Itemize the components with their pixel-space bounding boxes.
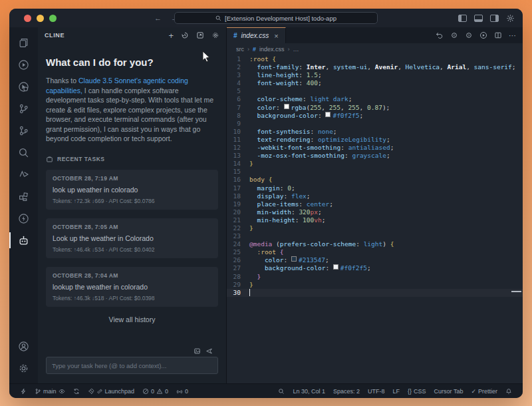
task-card[interactable]: OCTOBER 28, 7:19 AM look up weather in c… bbox=[46, 170, 218, 210]
toggle-secondary-sidebar-button[interactable] bbox=[490, 15, 499, 22]
split-editor-icon[interactable] bbox=[494, 31, 502, 39]
history-icon[interactable] bbox=[181, 31, 189, 39]
code-token: : bbox=[303, 95, 310, 103]
new-task-button[interactable]: + bbox=[168, 31, 174, 40]
title-bar: ← → [Extension Development Host] todo-ap… bbox=[9, 9, 523, 27]
code-line[interactable]: 14} bbox=[227, 160, 523, 168]
breadcrumb-folder[interactable]: src bbox=[236, 46, 244, 53]
next-change-icon[interactable] bbox=[465, 31, 473, 39]
git-graph-icon[interactable] bbox=[9, 120, 38, 140]
breadcrumb[interactable]: src › # index.css › … bbox=[227, 43, 523, 55]
source-control-icon[interactable] bbox=[9, 99, 38, 118]
zoom-indicator[interactable] bbox=[274, 384, 289, 398]
explorer-icon[interactable] bbox=[9, 33, 38, 53]
code-line[interactable]: 19 place-items: center; bbox=[227, 200, 523, 208]
close-tab-icon[interactable]: × bbox=[274, 32, 278, 40]
code-line[interactable]: 25 :root { bbox=[227, 248, 523, 256]
code-line[interactable]: 5 bbox=[227, 87, 523, 95]
code-line[interactable]: 3 line-height: 1.5; bbox=[227, 71, 523, 79]
task-input[interactable] bbox=[46, 357, 218, 374]
send-icon[interactable] bbox=[205, 347, 213, 355]
cline-settings-gear-icon[interactable] bbox=[211, 31, 219, 39]
code-line[interactable]: 4 font-weight: 400; bbox=[227, 79, 523, 87]
test-explorer-icon[interactable] bbox=[9, 77, 38, 97]
code-line[interactable]: 16body { bbox=[227, 176, 523, 184]
extensions-icon[interactable] bbox=[9, 186, 38, 206]
prev-change-icon[interactable] bbox=[450, 31, 458, 39]
code-line[interactable]: 2 font-family: Inter, system-ui, Avenir,… bbox=[227, 63, 523, 71]
code-token: ; bbox=[359, 112, 363, 120]
toggle-primary-sidebar-button[interactable] bbox=[458, 15, 467, 22]
code-line[interactable]: 17 margin: 0; bbox=[227, 184, 523, 192]
maximize-window-button[interactable] bbox=[49, 15, 57, 22]
open-in-editor-icon[interactable] bbox=[196, 31, 204, 39]
accounts-icon[interactable] bbox=[9, 336, 38, 356]
search-icon[interactable] bbox=[9, 142, 38, 162]
eol-status[interactable]: LF bbox=[389, 384, 404, 398]
code-line[interactable]: 9 bbox=[227, 120, 523, 128]
code-line[interactable]: 15 bbox=[227, 168, 523, 176]
color-swatch[interactable] bbox=[284, 104, 289, 109]
code-line[interactable]: 21 min-height: 100vh; bbox=[227, 216, 523, 224]
history-back-button[interactable]: ← bbox=[154, 15, 162, 22]
code-line[interactable]: 12 -webkit-font-smoothing: antialiased; bbox=[227, 144, 523, 152]
settings-gear-icon[interactable] bbox=[9, 358, 38, 378]
code-line[interactable]: 8 background-color: #f0f2f5; bbox=[227, 112, 523, 120]
code-token: : bbox=[299, 79, 306, 87]
indentation-status[interactable]: Spaces: 2 bbox=[329, 384, 364, 398]
git-branch-status[interactable]: main bbox=[31, 384, 69, 398]
toggle-panel-button[interactable] bbox=[474, 15, 483, 22]
formatter-status[interactable]: ✓Prettier bbox=[467, 384, 501, 398]
cline-robot-icon[interactable] bbox=[9, 230, 38, 250]
code-line[interactable]: 22} bbox=[227, 224, 523, 232]
encoding-status[interactable]: UTF-8 bbox=[364, 384, 389, 398]
run-debug-icon[interactable] bbox=[9, 55, 38, 75]
code-line[interactable]: 29} bbox=[227, 281, 523, 289]
code-line[interactable]: 13 -moz-osx-font-smoothing: grayscale; bbox=[227, 152, 523, 160]
lightning-extension-icon[interactable] bbox=[9, 208, 38, 228]
cursor-position-status[interactable]: Ln 30, Col 1 bbox=[289, 384, 329, 398]
more-actions-icon[interactable]: ⋯ bbox=[509, 32, 516, 39]
launchpad-status[interactable]: Launchpad bbox=[84, 384, 139, 398]
run-file-icon[interactable] bbox=[479, 31, 487, 39]
code-line[interactable]: 11 text-rendering: optimizeLegibility; bbox=[227, 136, 523, 144]
tab-index-css[interactable]: # index.css × bbox=[227, 27, 286, 43]
task-card[interactable]: OCTOBER 28, 7:04 AM lookup the weather i… bbox=[46, 267, 218, 307]
discard-changes-icon[interactable] bbox=[436, 31, 444, 39]
attach-image-icon[interactable] bbox=[194, 347, 201, 355]
problems-status[interactable]: 0 0 bbox=[138, 384, 172, 398]
language-mode-status[interactable]: {}CSS bbox=[404, 384, 430, 398]
code-line[interactable]: 18 display: flex; bbox=[227, 192, 523, 200]
remote-indicator[interactable] bbox=[16, 384, 31, 398]
code-line[interactable]: 10 font-synthesis: none; bbox=[227, 128, 523, 136]
code-line[interactable]: 30 bbox=[227, 289, 523, 297]
debug-console-icon[interactable] bbox=[9, 164, 38, 184]
code-line[interactable]: 6 color-scheme: light dark; bbox=[227, 95, 523, 103]
notifications-bell-icon[interactable] bbox=[501, 384, 516, 398]
code-line[interactable]: 23 bbox=[227, 232, 523, 240]
color-swatch[interactable] bbox=[333, 264, 338, 270]
code-line[interactable]: 28 } bbox=[227, 273, 523, 281]
code-line[interactable]: 27 background-color: #f0f2f5; bbox=[227, 264, 523, 272]
sync-changes-button[interactable] bbox=[69, 384, 84, 398]
close-window-button[interactable] bbox=[24, 15, 31, 22]
code-token: :root bbox=[249, 248, 276, 256]
code-editor[interactable]: 1:root {2 font-family: Inter, system-ui,… bbox=[227, 55, 523, 383]
breadcrumb-file[interactable]: index.css bbox=[259, 46, 285, 53]
minimize-window-button[interactable] bbox=[37, 15, 44, 22]
task-card[interactable]: OCTOBER 28, 7:05 AM Look up the weather … bbox=[46, 218, 218, 258]
ports-status[interactable]: 0 bbox=[172, 384, 192, 398]
code-line[interactable]: 1:root { bbox=[227, 55, 523, 63]
breadcrumb-tail[interactable]: … bbox=[293, 46, 299, 53]
color-swatch[interactable] bbox=[291, 256, 297, 262]
overview-ruler-cursor-mark bbox=[511, 291, 521, 292]
command-center-search[interactable]: [Extension Development Host] todo-app bbox=[174, 12, 378, 24]
code-line[interactable]: 26 color: #213547; bbox=[227, 256, 523, 264]
cursor-tab-status[interactable]: Cursor Tab bbox=[430, 384, 467, 398]
code-line[interactable]: 20 min-width: 320px; bbox=[227, 208, 523, 216]
view-all-history-link[interactable]: View all history bbox=[46, 315, 218, 323]
code-line[interactable]: 24@media (prefers-color-scheme: light) { bbox=[227, 240, 523, 248]
customize-layout-icon[interactable] bbox=[506, 14, 515, 23]
color-swatch[interactable] bbox=[325, 112, 331, 117]
code-line[interactable]: 7 color: rgba(255, 255, 255, 0.87); bbox=[227, 104, 523, 112]
